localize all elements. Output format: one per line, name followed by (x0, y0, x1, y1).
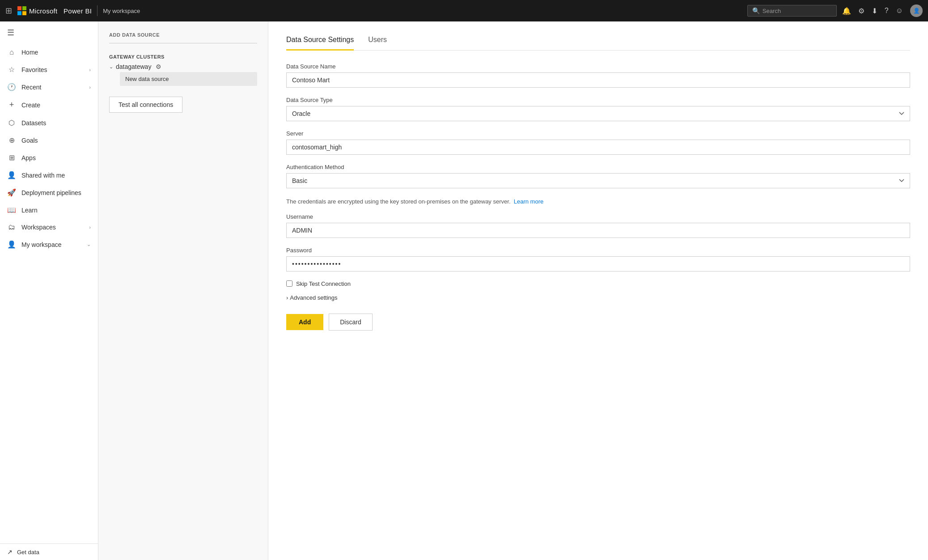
test-all-connections-button[interactable]: Test all connections (109, 97, 182, 113)
add-data-source-label: ADD DATA SOURCE (109, 32, 257, 38)
user-avatar[interactable]: 👤 (910, 4, 923, 17)
sidebar-item-label: Apps (21, 154, 36, 161)
gateway-child: New data source (120, 72, 257, 86)
chevron-right-icon: › (286, 294, 288, 301)
gateway-settings-icon[interactable]: ⚙ (156, 63, 161, 70)
home-icon: ⌂ (7, 48, 16, 56)
sidebar-item-label: Create (21, 102, 40, 109)
skip-test-row: Skip Test Connection (286, 280, 910, 287)
chevron-down-icon: ⌄ (109, 64, 113, 70)
sidebar-item-label: Goals (21, 137, 38, 144)
data-source-name-input[interactable] (286, 72, 910, 88)
sidebar-item-deployment-pipelines[interactable]: 🚀 Deployment pipelines (0, 184, 98, 201)
sidebar-item-goals[interactable]: ⊕ Goals (0, 132, 98, 149)
pipelines-icon: 🚀 (7, 188, 16, 197)
data-source-name-label: Data Source Name (286, 63, 910, 70)
sidebar-item-home[interactable]: ⌂ Home (0, 44, 98, 61)
sidebar-item-favorites[interactable]: ☆ Favorites › (0, 61, 98, 78)
username-group: Username (286, 213, 910, 238)
sidebar: ☰ ⌂ Home ☆ Favorites › 🕐 Recent › + Crea… (0, 21, 98, 560)
data-source-type-select[interactable]: Oracle SQL Server MySQL PostgreSQL Azure… (286, 106, 910, 121)
sidebar-item-datasets[interactable]: ⬡ Datasets (0, 114, 98, 132)
chevron-right-icon: › (89, 85, 91, 90)
feedback-icon[interactable]: ☺ (896, 7, 903, 15)
sidebar-item-shared-with-me[interactable]: 👤 Shared with me (0, 166, 98, 184)
username-label: Username (286, 213, 910, 220)
grid-icon[interactable]: ⊞ (5, 6, 12, 16)
tab-users[interactable]: Users (368, 32, 387, 51)
help-icon[interactable]: ? (885, 7, 889, 15)
data-source-type-label: Data Source Type (286, 97, 910, 103)
create-icon: + (7, 100, 16, 110)
get-data-button[interactable]: ↗ Get data (0, 543, 98, 560)
sidebar-item-label: Recent (21, 84, 41, 91)
server-input[interactable] (286, 140, 910, 155)
content-area: ADD DATA SOURCE GATEWAY CLUSTERS ⌄ datag… (98, 21, 928, 560)
sidebar-item-label: My workspace (21, 241, 61, 248)
auth-method-group: Authentication Method Basic Windows OAut… (286, 164, 910, 188)
auth-method-label: Authentication Method (286, 164, 910, 170)
sidebar-item-label: Favorites (21, 66, 47, 73)
skip-test-label: Skip Test Connection (296, 280, 351, 287)
advanced-settings-toggle[interactable]: › Advanced settings (286, 294, 910, 301)
brand-name: Microsoft Power BI (29, 7, 92, 15)
password-group: Password (286, 247, 910, 272)
sidebar-item-label: Workspaces (21, 224, 56, 231)
password-input[interactable] (286, 256, 910, 272)
form-actions: Add Discard (286, 314, 910, 331)
new-data-source-item[interactable]: New data source (120, 72, 257, 86)
chevron-down-icon: ⌄ (87, 242, 91, 247)
add-button[interactable]: Add (286, 314, 323, 330)
apps-icon: ⊞ (7, 153, 16, 162)
sidebar-item-learn[interactable]: 📖 Learn (0, 201, 98, 219)
skip-test-checkbox[interactable] (286, 280, 292, 287)
sidebar-item-apps[interactable]: ⊞ Apps (0, 149, 98, 166)
search-input[interactable] (763, 8, 832, 14)
logo: Microsoft Power BI (17, 6, 92, 15)
credentials-note: The credentials are encrypted using the … (286, 197, 910, 206)
download-icon[interactable]: ⬇ (872, 7, 877, 15)
tab-data-source-settings[interactable]: Data Source Settings (286, 32, 354, 51)
microsoft-logo (17, 6, 26, 15)
sidebar-item-label: Home (21, 49, 38, 56)
discard-button[interactable]: Discard (329, 314, 372, 331)
goals-icon: ⊕ (7, 136, 16, 144)
get-data-label: Get data (17, 549, 39, 556)
sidebar-item-recent[interactable]: 🕐 Recent › (0, 78, 98, 96)
left-panel: ADD DATA SOURCE GATEWAY CLUSTERS ⌄ datag… (98, 21, 268, 560)
sidebar-item-label: Datasets (21, 119, 46, 127)
chevron-right-icon: › (89, 225, 91, 230)
data-source-name-group: Data Source Name (286, 63, 910, 88)
sidebar-item-label: Shared with me (21, 172, 65, 179)
favorites-icon: ☆ (7, 65, 16, 74)
gateway-item[interactable]: ⌄ datagateway ⚙ (109, 63, 257, 70)
server-group: Server (286, 130, 910, 155)
tab-bar: Data Source Settings Users (286, 32, 910, 51)
auth-method-select[interactable]: Basic Windows OAuth2 (286, 173, 910, 188)
new-data-source-label: New data source (125, 76, 169, 82)
password-label: Password (286, 247, 910, 254)
advanced-settings-label: Advanced settings (290, 294, 337, 301)
top-navigation: ⊞ Microsoft Power BI My workspace 🔍 🔔 ⚙ … (0, 0, 928, 21)
workspace-label: My workspace (103, 8, 140, 14)
learn-more-link[interactable]: Learn more (514, 198, 543, 205)
data-source-type-group: Data Source Type Oracle SQL Server MySQL… (286, 97, 910, 121)
sidebar-item-workspaces[interactable]: 🗂 Workspaces › (0, 219, 98, 236)
chevron-right-icon: › (89, 67, 91, 72)
settings-icon[interactable]: ⚙ (858, 7, 864, 15)
datasets-icon: ⬡ (7, 119, 16, 127)
username-input[interactable] (286, 223, 910, 238)
get-data-icon: ↗ (7, 548, 13, 556)
shared-icon: 👤 (7, 171, 16, 179)
learn-icon: 📖 (7, 206, 16, 214)
notification-icon[interactable]: 🔔 (842, 7, 851, 15)
sidebar-item-label: Learn (21, 207, 38, 214)
search-box[interactable]: 🔍 (747, 5, 837, 17)
server-label: Server (286, 130, 910, 137)
my-workspace-icon: 👤 (7, 240, 16, 249)
sidebar-item-create[interactable]: + Create (0, 96, 98, 114)
sidebar-item-my-workspace[interactable]: 👤 My workspace ⌄ (0, 236, 98, 253)
gateway-clusters-label: GATEWAY CLUSTERS (109, 54, 257, 59)
sidebar-toggle[interactable]: ☰ (0, 21, 98, 44)
gateway-name: datagateway (116, 63, 151, 70)
